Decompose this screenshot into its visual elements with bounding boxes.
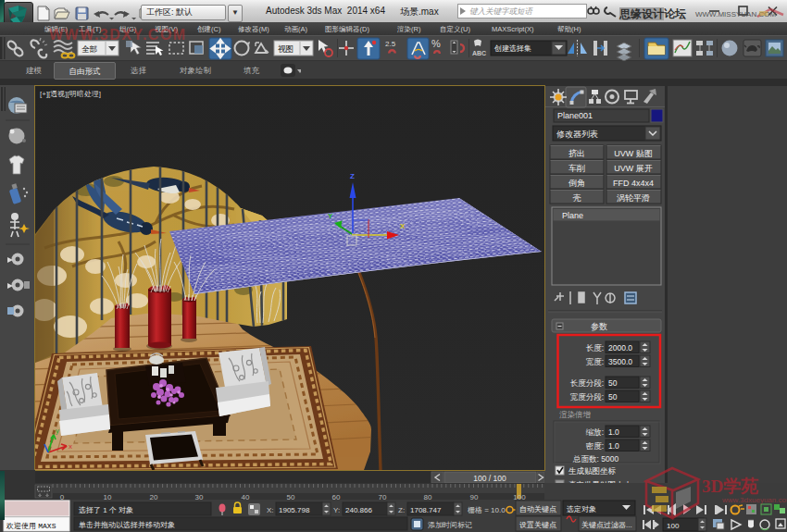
svg-text:y: y xyxy=(56,427,59,435)
svg-text:Z: Z xyxy=(350,172,355,180)
svg-text:20: 20 xyxy=(150,493,158,501)
svg-text:Y:: Y: xyxy=(333,506,340,514)
svg-text:40: 40 xyxy=(242,493,250,501)
svg-text:宽度分段:: 宽度分段: xyxy=(570,392,604,402)
svg-text:选择了 1 个 对象: 选择了 1 个 对象 xyxy=(79,506,133,514)
svg-text:x: x xyxy=(69,442,72,451)
svg-text:1905.798: 1905.798 xyxy=(279,506,310,514)
svg-text:0: 0 xyxy=(60,493,65,501)
svg-text:3D学苑: 3D学苑 xyxy=(702,476,758,496)
svg-text:50: 50 xyxy=(287,493,295,501)
svg-text:30: 30 xyxy=(195,493,204,501)
svg-text:FFD 4x4x4: FFD 4x4x4 xyxy=(613,179,654,188)
svg-text:缩放:: 缩放: xyxy=(586,427,604,437)
svg-text:www.3dxueyuan.com: www.3dxueyuan.com xyxy=(721,496,787,504)
svg-text:Z:: Z: xyxy=(398,506,405,514)
svg-text:50: 50 xyxy=(608,392,618,402)
svg-text:修改器列表: 修改器列表 xyxy=(556,130,598,139)
svg-text:车削: 车削 xyxy=(568,164,585,173)
svg-text:1.0: 1.0 xyxy=(608,441,619,451)
svg-text:1708.747: 1708.747 xyxy=(410,506,442,514)
svg-text:2.5: 2.5 xyxy=(385,40,396,48)
svg-text:UVW 展开: UVW 展开 xyxy=(614,164,653,173)
svg-text:X:: X: xyxy=(267,506,274,514)
svg-text:创建选择集: 创建选择集 xyxy=(493,44,531,53)
svg-text:ABC: ABC xyxy=(472,50,486,56)
svg-text:70: 70 xyxy=(379,493,387,501)
svg-text:100: 100 xyxy=(513,493,526,501)
svg-text:长度分段:: 长度分段: xyxy=(570,378,604,388)
svg-text:密度:: 密度: xyxy=(586,441,604,451)
svg-text:90: 90 xyxy=(470,493,479,501)
svg-text:宽度:: 宽度: xyxy=(586,357,604,366)
svg-text:选定对象: 选定对象 xyxy=(567,505,596,513)
svg-text:10: 10 xyxy=(104,493,112,501)
svg-text:自动关键点: 自动关键点 xyxy=(519,505,556,513)
svg-text:参数: 参数 xyxy=(591,322,607,331)
svg-text:生成贴图坐标: 生成贴图坐标 xyxy=(568,466,617,476)
svg-text:UVW 贴图: UVW 贴图 xyxy=(614,149,653,158)
svg-text:Plane: Plane xyxy=(562,211,583,220)
svg-text:%: % xyxy=(431,38,441,49)
svg-text:240.866: 240.866 xyxy=(345,506,372,514)
svg-text:关键点过滤器...: 关键点过滤器... xyxy=(581,521,632,529)
svg-text:总面数: 5000: 总面数: 5000 xyxy=(572,454,618,464)
svg-text:添加时间标记: 添加时间标记 xyxy=(428,521,472,529)
svg-text:渲染倍增: 渲染倍增 xyxy=(559,410,592,419)
svg-text:栅格 = 10.0: 栅格 = 10.0 xyxy=(468,506,506,514)
svg-text:单击并拖动以选择并移动对象: 单击并拖动以选择并移动对象 xyxy=(79,521,175,529)
svg-text:涡轮平滑: 涡轮平滑 xyxy=(617,193,650,203)
svg-text:挤出: 挤出 xyxy=(568,149,585,158)
svg-text:3500.0: 3500.0 xyxy=(608,357,632,366)
svg-text:1.0: 1.0 xyxy=(608,427,619,437)
svg-text:60: 60 xyxy=(332,493,341,501)
svg-text:倒角: 倒角 xyxy=(568,179,585,188)
svg-text:长度:: 长度: xyxy=(586,343,604,353)
svg-text:设置关键点: 设置关键点 xyxy=(519,521,556,529)
svg-text:50: 50 xyxy=(608,378,618,388)
svg-text:X: X xyxy=(400,222,406,230)
svg-text:视图: 视图 xyxy=(278,44,294,54)
svg-text:[+][透视][明暗处理]: [+][透视][明暗处理] xyxy=(40,90,101,98)
svg-text:2000.0: 2000.0 xyxy=(608,343,632,353)
svg-text:80: 80 xyxy=(424,493,432,501)
svg-text:壳: 壳 xyxy=(573,193,581,203)
svg-text:100 / 100: 100 / 100 xyxy=(473,474,506,483)
svg-text:Y: Y xyxy=(328,212,333,220)
svg-text:全部: 全部 xyxy=(81,44,97,54)
svg-text:欢迎使用 MAXS: 欢迎使用 MAXS xyxy=(6,522,56,530)
svg-text:Plane001: Plane001 xyxy=(557,111,593,120)
